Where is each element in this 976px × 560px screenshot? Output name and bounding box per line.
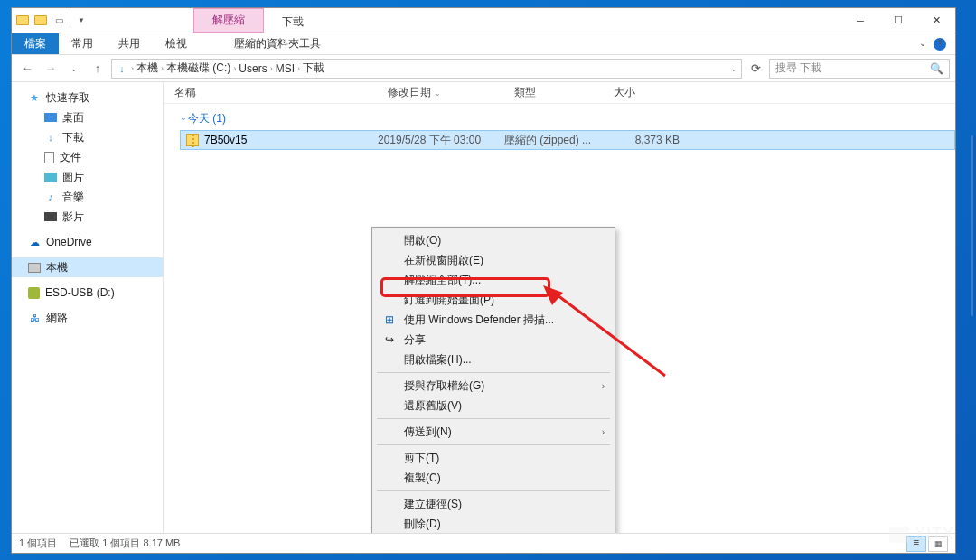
- ctx-extract-all[interactable]: 解壓縮全部(T)...: [375, 270, 612, 290]
- contextual-tab-extract: 解壓縮: [193, 8, 264, 33]
- folder-icon: [15, 14, 30, 28]
- sort-indicator-icon: ⌄: [435, 89, 441, 98]
- col-name[interactable]: 名稱: [164, 85, 377, 100]
- title-contextual-tabs: 解壓縮: [193, 8, 264, 33]
- status-item-count: 1 個項目: [19, 537, 57, 550]
- tab-home[interactable]: 常用: [59, 33, 106, 54]
- sidebar-item-thispc[interactable]: 本機: [12, 257, 163, 277]
- refresh-button[interactable]: ⟳: [746, 61, 765, 75]
- ribbon-tabs: 檔案 常用 共用 檢視 壓縮的資料夾工具 ⌄ ?: [12, 33, 955, 55]
- qat-dropdown[interactable]: ▼: [78, 16, 85, 24]
- col-size[interactable]: 大小: [603, 85, 684, 100]
- minimize-button[interactable]: ─: [841, 9, 879, 33]
- star-icon: ★: [28, 91, 41, 104]
- ctx-delete[interactable]: 刪除(D): [375, 514, 612, 533]
- ctx-grant-access[interactable]: 授與存取權給(G)›: [375, 376, 612, 396]
- qat-sep: [70, 14, 70, 28]
- up-button[interactable]: ↑: [88, 59, 108, 79]
- sidebar-item-pictures[interactable]: 圖片: [12, 167, 163, 187]
- document-icon: [44, 152, 54, 163]
- ctx-defender-scan[interactable]: ⊞使用 Windows Defender 掃描...: [375, 310, 612, 330]
- ctx-send-to[interactable]: 傳送到(N)›: [375, 422, 612, 442]
- col-type[interactable]: 類型: [503, 85, 603, 100]
- ctx-separator: [377, 444, 610, 445]
- addr-history-dropdown[interactable]: ⌄: [730, 64, 737, 73]
- ctx-restore-versions[interactable]: 還原舊版(V): [375, 396, 612, 415]
- share-icon: ↪: [382, 332, 397, 347]
- sidebar-item-music[interactable]: ♪音樂: [12, 187, 163, 207]
- qat-folder2[interactable]: [33, 14, 48, 28]
- video-icon: [44, 212, 57, 221]
- ctx-copy[interactable]: 複製(C): [375, 468, 612, 488]
- file-row[interactable]: 7B50v15 2019/5/28 下午 03:00 壓縮的 (zipped) …: [180, 130, 955, 150]
- music-icon: ♪: [44, 191, 57, 203]
- cloud-icon: ☁: [28, 236, 41, 248]
- ribbon-expand-icon[interactable]: ⌄: [919, 38, 926, 51]
- column-headers: 名稱 修改日期⌄ 類型 大小: [164, 82, 955, 104]
- picture-icon: [44, 173, 57, 182]
- maximize-button[interactable]: ☐: [879, 9, 917, 33]
- status-selected: 已選取 1 個項目 8.17 MB: [70, 537, 180, 550]
- ctx-separator: [377, 372, 610, 373]
- ctx-open-new-window[interactable]: 在新視窗開啟(E): [375, 250, 612, 270]
- arrow-down-icon: ↓: [116, 62, 128, 75]
- ctx-open[interactable]: 開啟(O): [375, 230, 612, 250]
- network-icon: 🖧: [28, 312, 41, 324]
- file-list-pane: 名稱 修改日期⌄ 類型 大小 ›今天 (1) 7B50v15 2019/5/28…: [164, 82, 955, 533]
- chevron-right-icon: ›: [602, 427, 605, 437]
- crumb-users[interactable]: Users: [239, 62, 267, 75]
- ctx-separator: [377, 418, 610, 419]
- file-date: 2019/5/28 下午 03:00: [378, 133, 504, 148]
- sidebar-item-downloads[interactable]: ↓下載: [12, 127, 163, 147]
- ctx-separator: [377, 490, 610, 491]
- window-title: 下載: [264, 11, 322, 30]
- taskbar-edge: [971, 135, 976, 316]
- col-date[interactable]: 修改日期⌄: [377, 85, 503, 100]
- tab-compressed[interactable]: 壓縮的資料夾工具: [221, 33, 333, 54]
- back-button[interactable]: ←: [17, 59, 37, 79]
- explorer-window: ▭ ▼ 解壓縮 下載 ─ ☐ ✕ 檔案 常用 共用 檢視 壓縮的資料夾工具 ⌄ …: [11, 7, 956, 554]
- search-icon: 🔍: [930, 62, 943, 75]
- titlebar: ▭ ▼ 解壓縮 下載 ─ ☐ ✕: [12, 8, 955, 33]
- search-input[interactable]: 搜尋 下載 🔍: [769, 59, 950, 79]
- ctx-open-with[interactable]: 開啟檔案(H)...: [375, 350, 612, 369]
- crumb-msi[interactable]: MSI: [276, 62, 295, 75]
- shield-icon: ⊞: [382, 313, 397, 327]
- context-menu: 開啟(O) 在新視窗開啟(E) 解壓縮全部(T)... 釘選到開始畫面(P) ⊞…: [371, 227, 615, 533]
- tab-view[interactable]: 檢視: [153, 33, 200, 54]
- sidebar-item-network[interactable]: 🖧網路: [12, 308, 163, 328]
- search-placeholder: 搜尋 下載: [775, 61, 821, 76]
- pc-icon: [28, 263, 41, 273]
- file-size: 8,373 KB: [604, 134, 685, 146]
- tab-file[interactable]: 檔案: [12, 33, 59, 54]
- tab-share[interactable]: 共用: [106, 33, 153, 54]
- ctx-share[interactable]: ↪分享: [375, 330, 612, 350]
- nav-pane: ★快速存取 桌面 ↓下載 文件 圖片 ♪音樂 影片 ☁OneDrive 本機 E…: [12, 82, 164, 533]
- sidebar-item-videos[interactable]: 影片: [12, 207, 163, 227]
- address-bar[interactable]: ↓ › 本機› 本機磁碟 (C:)› Users› MSI› 下載 ⌄: [111, 59, 742, 79]
- file-name: 7B50v15: [204, 134, 247, 146]
- desktop-icon: [44, 113, 57, 122]
- forward-button[interactable]: →: [41, 59, 61, 79]
- crumb-cdrive[interactable]: 本機磁碟 (C:): [166, 61, 230, 76]
- ctx-create-shortcut[interactable]: 建立捷徑(S): [375, 494, 612, 514]
- crumb-downloads[interactable]: 下載: [303, 61, 324, 76]
- chevron-right-icon: ›: [602, 381, 605, 391]
- ctx-cut[interactable]: 剪下(T): [375, 448, 612, 468]
- recent-dropdown[interactable]: ⌄: [64, 59, 84, 79]
- help-icon[interactable]: ?: [934, 38, 946, 51]
- crumb-pc[interactable]: 本機: [136, 61, 158, 76]
- close-button[interactable]: ✕: [917, 9, 955, 33]
- wechat-icon: [889, 527, 909, 543]
- ctx-pin-to-start[interactable]: 釘選到開始畫面(P): [375, 290, 612, 310]
- chevron-down-icon: ›: [179, 118, 188, 121]
- status-bar: 1 個項目 已選取 1 個項目 8.17 MB ≣ ▦: [12, 533, 955, 553]
- sidebar-item-desktop[interactable]: 桌面: [12, 107, 163, 127]
- sidebar-item-documents[interactable]: 文件: [12, 147, 163, 167]
- sidebar-item-usb[interactable]: ESD-USB (D:): [12, 283, 163, 303]
- group-today[interactable]: ›今天 (1): [164, 104, 955, 130]
- qat-pin[interactable]: ▭: [52, 14, 66, 28]
- sidebar-item-onedrive[interactable]: ☁OneDrive: [12, 232, 163, 252]
- file-type: 壓縮的 (zipped) ...: [504, 133, 604, 148]
- sidebar-item-quick-access[interactable]: ★快速存取: [12, 88, 163, 107]
